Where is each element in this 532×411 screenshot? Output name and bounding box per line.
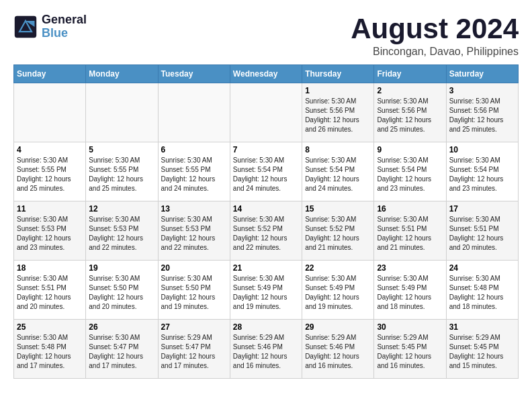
- day-number: 30: [377, 322, 443, 332]
- day-cell: 5Sunrise: 5:30 AM Sunset: 5:55 PM Daylig…: [86, 142, 158, 201]
- day-number: 26: [89, 322, 154, 332]
- dow-friday: Friday: [374, 65, 446, 83]
- day-number: 18: [17, 263, 83, 273]
- day-number: 6: [161, 145, 227, 154]
- week-row-3: 18Sunrise: 5:30 AM Sunset: 5:51 PM Dayli…: [14, 261, 519, 320]
- day-detail: Sunrise: 5:30 AM Sunset: 5:56 PM Dayligh…: [377, 97, 443, 134]
- day-cell: 10Sunrise: 5:30 AM Sunset: 5:54 PM Dayli…: [446, 142, 518, 201]
- day-cell: 22Sunrise: 5:30 AM Sunset: 5:49 PM Dayli…: [302, 261, 374, 320]
- day-cell: 1Sunrise: 5:30 AM Sunset: 5:56 PM Daylig…: [302, 83, 374, 142]
- day-detail: Sunrise: 5:30 AM Sunset: 5:54 PM Dayligh…: [377, 156, 443, 193]
- day-detail: Sunrise: 5:29 AM Sunset: 5:45 PM Dayligh…: [449, 333, 515, 371]
- day-cell: 7Sunrise: 5:30 AM Sunset: 5:54 PM Daylig…: [230, 142, 302, 201]
- day-detail: Sunrise: 5:29 AM Sunset: 5:45 PM Dayligh…: [377, 333, 443, 371]
- day-number: 8: [305, 145, 371, 154]
- day-detail: Sunrise: 5:30 AM Sunset: 5:47 PM Dayligh…: [89, 333, 154, 371]
- day-detail: Sunrise: 5:29 AM Sunset: 5:46 PM Dayligh…: [305, 333, 371, 371]
- day-cell: 19Sunrise: 5:30 AM Sunset: 5:50 PM Dayli…: [86, 261, 158, 320]
- logo: General Blue: [13, 13, 87, 40]
- day-cell: 28Sunrise: 5:29 AM Sunset: 5:46 PM Dayli…: [230, 320, 302, 379]
- day-number: 29: [305, 322, 371, 332]
- day-detail: Sunrise: 5:29 AM Sunset: 5:46 PM Dayligh…: [233, 333, 299, 371]
- day-number: 27: [161, 322, 227, 332]
- day-number: 31: [449, 322, 515, 332]
- day-detail: Sunrise: 5:30 AM Sunset: 5:49 PM Dayligh…: [233, 274, 299, 312]
- day-cell: 14Sunrise: 5:30 AM Sunset: 5:52 PM Dayli…: [230, 201, 302, 261]
- day-number: 9: [377, 145, 443, 154]
- week-row-0: 1Sunrise: 5:30 AM Sunset: 5:56 PM Daylig…: [14, 83, 519, 142]
- day-number: 1: [305, 86, 371, 95]
- day-cell: [86, 83, 158, 142]
- day-cell: 31Sunrise: 5:29 AM Sunset: 5:45 PM Dayli…: [446, 320, 518, 379]
- day-detail: Sunrise: 5:30 AM Sunset: 5:52 PM Dayligh…: [233, 215, 299, 253]
- day-cell: 29Sunrise: 5:29 AM Sunset: 5:46 PM Dayli…: [302, 320, 374, 379]
- day-cell: 20Sunrise: 5:30 AM Sunset: 5:50 PM Dayli…: [158, 261, 230, 320]
- day-detail: Sunrise: 5:30 AM Sunset: 5:51 PM Dayligh…: [17, 274, 83, 312]
- day-detail: Sunrise: 5:30 AM Sunset: 5:48 PM Dayligh…: [17, 333, 83, 371]
- day-number: 12: [89, 204, 154, 214]
- day-detail: Sunrise: 5:30 AM Sunset: 5:51 PM Dayligh…: [449, 215, 515, 253]
- day-cell: [230, 83, 302, 142]
- dow-monday: Monday: [86, 65, 158, 83]
- day-cell: 9Sunrise: 5:30 AM Sunset: 5:54 PM Daylig…: [374, 142, 446, 201]
- day-cell: [158, 83, 230, 142]
- day-detail: Sunrise: 5:30 AM Sunset: 5:53 PM Dayligh…: [17, 215, 83, 253]
- day-detail: Sunrise: 5:30 AM Sunset: 5:51 PM Dayligh…: [377, 215, 443, 253]
- day-number: 24: [449, 263, 515, 273]
- day-detail: Sunrise: 5:30 AM Sunset: 5:49 PM Dayligh…: [305, 274, 371, 312]
- svg-rect-0: [15, 16, 36, 38]
- day-cell: 6Sunrise: 5:30 AM Sunset: 5:55 PM Daylig…: [158, 142, 230, 201]
- day-detail: Sunrise: 5:30 AM Sunset: 5:54 PM Dayligh…: [305, 156, 371, 193]
- subtitle: Bincongan, Davao, Philippines: [351, 46, 519, 58]
- day-detail: Sunrise: 5:30 AM Sunset: 5:55 PM Dayligh…: [17, 156, 83, 193]
- dow-saturday: Saturday: [446, 65, 518, 83]
- day-number: 20: [161, 263, 227, 273]
- title-block: August 2024 Bincongan, Davao, Philippine…: [351, 13, 519, 58]
- dow-sunday: Sunday: [14, 65, 86, 83]
- day-detail: Sunrise: 5:30 AM Sunset: 5:49 PM Dayligh…: [377, 274, 443, 312]
- day-detail: Sunrise: 5:30 AM Sunset: 5:52 PM Dayligh…: [305, 215, 371, 253]
- week-row-4: 25Sunrise: 5:30 AM Sunset: 5:48 PM Dayli…: [14, 320, 519, 379]
- day-number: 22: [305, 263, 371, 273]
- day-number: 2: [377, 86, 443, 95]
- logo-icon: [13, 15, 38, 39]
- day-detail: Sunrise: 5:30 AM Sunset: 5:53 PM Dayligh…: [89, 215, 154, 253]
- calendar: SundayMondayTuesdayWednesdayThursdayFrid…: [13, 64, 519, 379]
- day-cell: 2Sunrise: 5:30 AM Sunset: 5:56 PM Daylig…: [374, 83, 446, 142]
- day-number: 7: [233, 145, 299, 154]
- day-number: 28: [233, 322, 299, 332]
- day-cell: 30Sunrise: 5:29 AM Sunset: 5:45 PM Dayli…: [374, 320, 446, 379]
- day-number: 16: [377, 204, 443, 214]
- day-detail: Sunrise: 5:30 AM Sunset: 5:55 PM Dayligh…: [161, 156, 227, 193]
- day-detail: Sunrise: 5:30 AM Sunset: 5:55 PM Dayligh…: [89, 156, 154, 193]
- day-number: 15: [305, 204, 371, 214]
- day-number: 21: [233, 263, 299, 273]
- day-cell: 4Sunrise: 5:30 AM Sunset: 5:55 PM Daylig…: [14, 142, 86, 201]
- day-cell: 24Sunrise: 5:30 AM Sunset: 5:48 PM Dayli…: [446, 261, 518, 320]
- day-cell: 26Sunrise: 5:30 AM Sunset: 5:47 PM Dayli…: [86, 320, 158, 379]
- day-cell: 16Sunrise: 5:30 AM Sunset: 5:51 PM Dayli…: [374, 201, 446, 261]
- day-number: 11: [17, 204, 83, 214]
- day-cell: [14, 83, 86, 142]
- day-number: 13: [161, 204, 227, 214]
- day-cell: 25Sunrise: 5:30 AM Sunset: 5:48 PM Dayli…: [14, 320, 86, 379]
- day-detail: Sunrise: 5:30 AM Sunset: 5:56 PM Dayligh…: [305, 97, 371, 134]
- day-cell: 23Sunrise: 5:30 AM Sunset: 5:49 PM Dayli…: [374, 261, 446, 320]
- day-number: 23: [377, 263, 443, 273]
- day-cell: 18Sunrise: 5:30 AM Sunset: 5:51 PM Dayli…: [14, 261, 86, 320]
- day-cell: 27Sunrise: 5:29 AM Sunset: 5:47 PM Dayli…: [158, 320, 230, 379]
- page-header: General Blue August 2024 Bincongan, Dava…: [13, 13, 519, 58]
- dow-wednesday: Wednesday: [230, 65, 302, 83]
- day-detail: Sunrise: 5:30 AM Sunset: 5:48 PM Dayligh…: [449, 274, 515, 312]
- dow-tuesday: Tuesday: [158, 65, 230, 83]
- day-detail: Sunrise: 5:30 AM Sunset: 5:54 PM Dayligh…: [449, 156, 515, 193]
- day-detail: Sunrise: 5:30 AM Sunset: 5:50 PM Dayligh…: [161, 274, 227, 312]
- week-row-2: 11Sunrise: 5:30 AM Sunset: 5:53 PM Dayli…: [14, 201, 519, 261]
- day-detail: Sunrise: 5:30 AM Sunset: 5:50 PM Dayligh…: [89, 274, 154, 312]
- day-number: 14: [233, 204, 299, 214]
- day-number: 17: [449, 204, 515, 214]
- day-cell: 3Sunrise: 5:30 AM Sunset: 5:56 PM Daylig…: [446, 83, 518, 142]
- day-detail: Sunrise: 5:30 AM Sunset: 5:54 PM Dayligh…: [233, 156, 299, 193]
- week-row-1: 4Sunrise: 5:30 AM Sunset: 5:55 PM Daylig…: [14, 142, 519, 201]
- day-cell: 11Sunrise: 5:30 AM Sunset: 5:53 PM Dayli…: [14, 201, 86, 261]
